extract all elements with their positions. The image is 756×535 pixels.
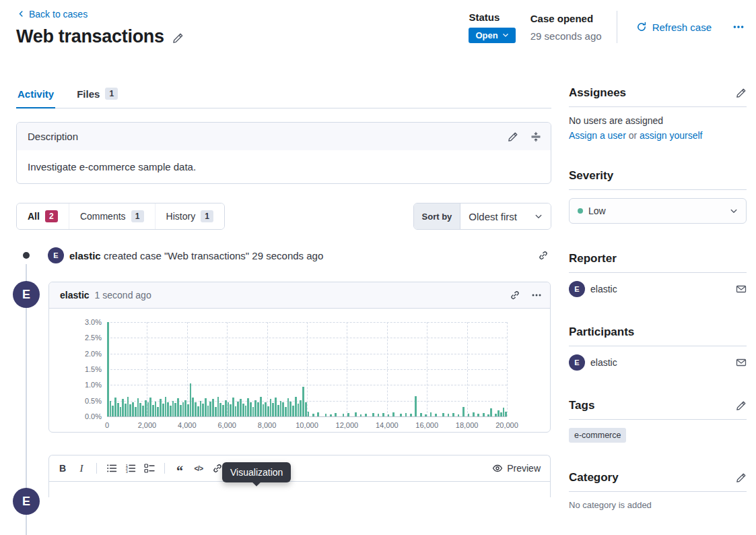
header-divider [617,11,617,43]
case-tabs: Activity Files 1 [16,82,551,108]
chart-bar [277,405,279,416]
x-tick-label: 16,000 [415,421,438,429]
edit-assignees-pencil-icon[interactable] [736,88,747,98]
chart-bar [272,403,274,416]
chart-y-axis: 3.0%2.5%2.0%1.5%1.0%0.5%0.0% [69,322,107,416]
assign-yourself-link[interactable]: assign yourself [640,130,702,141]
chart-bar [200,401,202,416]
chart-bar [360,414,362,416]
x-tick-label: 14,000 [376,421,399,429]
chart-bar [195,402,197,416]
edit-tags-pencil-icon[interactable] [736,400,747,411]
chart-bar [209,402,211,416]
chart-bar [222,405,224,416]
chart-bar [245,406,247,416]
toolbar-divider [164,463,165,474]
avatar: E [13,488,40,515]
h-gridline [107,416,507,417]
chart-bar [458,414,460,416]
edit-title-pencil-icon[interactable] [172,32,184,44]
tab-files[interactable]: Files 1 [75,82,119,108]
chart-bar [242,404,244,416]
chart-bar [225,400,227,416]
section-divider [569,272,747,273]
ordered-list-icon[interactable]: 123 [123,460,139,476]
chart-bar [219,403,221,416]
tab-activity[interactable]: Activity [16,82,55,108]
severity-select[interactable]: Low [569,198,747,224]
copy-link-icon[interactable] [510,290,520,301]
severity-dot-icon [578,208,583,214]
bold-button[interactable]: B [55,460,71,476]
chart-bar [129,404,131,416]
chart-bar [378,414,380,416]
reporter-user-row: E elastic [569,281,747,297]
quote-icon[interactable]: “ [172,460,188,476]
chart-bar [172,401,174,416]
eye-icon [492,463,503,474]
chart-bar [235,406,237,416]
italic-button[interactable]: I [73,460,90,476]
chevron-down-icon [502,32,509,38]
refresh-case-label: Refresh case [652,22,712,33]
markdown-toolbar: B I 123 “ </> [49,455,550,482]
copy-link-icon[interactable] [538,250,549,261]
task-list-icon[interactable] [141,460,158,476]
reporter-title: Reporter [569,252,617,265]
chart-bar [270,399,272,416]
event-text: elastic created case "Web transactions" … [69,250,323,261]
chart-bar [448,414,450,416]
x-tick-label: 10,000 [296,421,318,429]
chart-bar [487,414,489,416]
chart-bar [473,412,475,416]
chart-bar [308,412,310,416]
code-icon[interactable]: </> [191,460,207,476]
toolbar-divider [96,463,97,474]
collapse-description-icon[interactable] [530,131,541,142]
email-icon[interactable] [736,284,747,294]
status-dropdown-badge[interactable]: Open [469,28,515,43]
assign-a-user-link[interactable]: Assign a user [569,130,626,141]
chart-bar [285,407,287,416]
tags-section: Tags e-commerce [569,399,747,443]
chart-bar [312,414,314,416]
assignees-empty-text: No users are assigned [569,115,747,126]
comment-actions-menu-icon[interactable] [531,290,542,301]
edit-category-pencil-icon[interactable] [736,472,747,483]
chart-bar [495,414,497,416]
x-tick-label: 0 [105,421,109,429]
chart-bar [110,401,112,416]
chart-bar [490,408,492,416]
refresh-case-button[interactable]: Refresh case [632,21,716,34]
comment-textarea[interactable] [49,482,550,497]
back-to-cases-link[interactable]: Back to cases [18,9,88,20]
chart-bar [415,396,417,416]
reporter-section: Reporter E elastic [569,252,747,297]
unordered-list-icon[interactable] [104,460,120,476]
chart-bar [468,414,470,416]
edit-description-pencil-icon[interactable] [508,131,518,142]
case-opened-value: 29 seconds ago [530,30,602,42]
sort-order-select[interactable]: Oldest first [460,203,551,229]
chevron-left-icon [18,10,25,18]
filter-comments[interactable]: Comments 1 [69,203,155,229]
chart-bar [275,398,277,416]
sort-order-value: Oldest first [469,211,517,222]
filter-history[interactable]: History 1 [155,203,225,229]
chart-bar [157,407,159,416]
chart-bar [117,403,119,416]
filter-all[interactable]: All 2 [17,203,69,229]
activity-filter-row: All 2 Comments 1 History 1 Sort by Oldes… [16,203,551,230]
email-icon[interactable] [736,357,747,368]
preview-button[interactable]: Preview [488,462,545,474]
chart-bar [165,397,167,416]
chart-bar [237,402,239,416]
case-opened-label: Case opened [530,13,602,24]
chevron-down-icon [730,207,738,215]
case-actions-menu-button[interactable] [730,19,747,35]
section-divider [569,106,747,107]
chart-bar [280,401,282,416]
chart-bar [388,414,390,416]
chart-bar [317,412,319,416]
v-gridline [507,322,508,416]
